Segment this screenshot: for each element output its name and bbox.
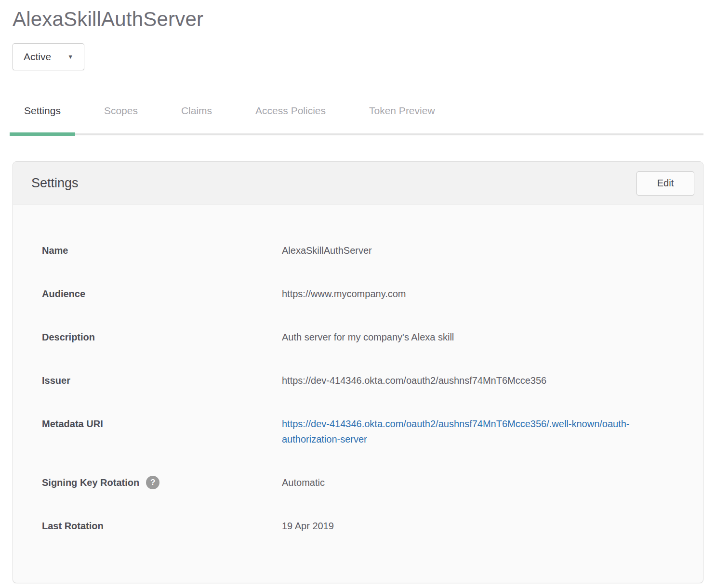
field-value: https://dev-414346.okta.com/oauth2/aushn… xyxy=(282,373,674,388)
field-value: Automatic xyxy=(282,475,674,490)
settings-panel-body: Name AlexaSkillAuthServer Audience https… xyxy=(13,205,703,583)
field-label: Audience xyxy=(42,286,282,301)
settings-panel-header: Settings Edit xyxy=(13,162,703,205)
field-value: Auth server for my company's Alexa skill xyxy=(282,329,674,345)
field-label: Metadata URI xyxy=(42,416,282,447)
metadata-uri-link[interactable]: https://dev-414346.okta.com/oauth2/aushn… xyxy=(282,416,658,447)
field-row-audience: Audience https://www.mycompany.com xyxy=(42,286,674,301)
tab-scopes[interactable]: Scopes xyxy=(90,105,152,133)
field-label: Name xyxy=(42,243,282,258)
status-dropdown[interactable]: Active ▼ xyxy=(13,43,84,70)
field-label: Issuer xyxy=(42,373,282,388)
field-label: Signing Key Rotation ? xyxy=(42,475,282,490)
chevron-down-icon: ▼ xyxy=(67,54,73,60)
edit-button[interactable]: Edit xyxy=(636,171,694,196)
settings-panel: Settings Edit Name AlexaSkillAuthServer … xyxy=(13,161,703,583)
field-value: https://dev-414346.okta.com/oauth2/aushn… xyxy=(282,416,674,447)
field-row-metadata-uri: Metadata URI https://dev-414346.okta.com… xyxy=(42,416,674,447)
tab-bar: Settings Scopes Claims Access Policies T… xyxy=(10,105,703,135)
field-value: 19 Apr 2019 xyxy=(282,518,674,534)
page-title: AlexaSkillAuthServer xyxy=(13,0,703,31)
field-value: AlexaSkillAuthServer xyxy=(282,243,674,258)
field-row-name: Name AlexaSkillAuthServer xyxy=(42,243,674,258)
status-dropdown-value: Active xyxy=(24,51,51,63)
field-value: https://www.mycompany.com xyxy=(282,286,674,301)
field-label: Last Rotation xyxy=(42,518,282,534)
tab-claims[interactable]: Claims xyxy=(167,105,226,133)
field-row-issuer: Issuer https://dev-414346.okta.com/oauth… xyxy=(42,373,674,388)
field-label: Description xyxy=(42,329,282,345)
panel-title: Settings xyxy=(31,176,79,191)
field-row-signing-key-rotation: Signing Key Rotation ? Automatic xyxy=(42,475,674,490)
page: AlexaSkillAuthServer Active ▼ Settings S… xyxy=(0,0,716,583)
tab-token-preview[interactable]: Token Preview xyxy=(355,105,450,133)
tab-settings[interactable]: Settings xyxy=(10,105,75,133)
help-icon[interactable]: ? xyxy=(146,476,159,489)
field-row-last-rotation: Last Rotation 19 Apr 2019 xyxy=(42,518,674,534)
field-row-description: Description Auth server for my company's… xyxy=(42,329,674,345)
tab-access-policies[interactable]: Access Policies xyxy=(241,105,340,133)
field-label-text: Signing Key Rotation xyxy=(42,475,139,490)
